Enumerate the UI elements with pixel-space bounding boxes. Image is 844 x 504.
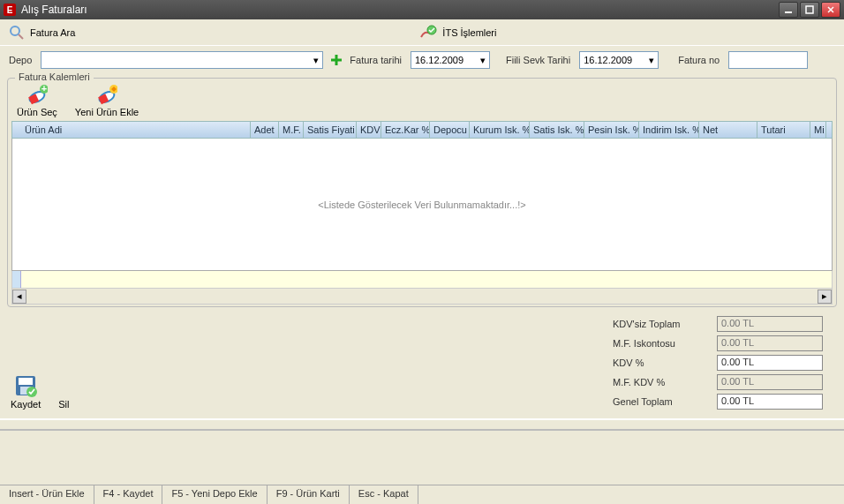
invoice-date-value: 16.12.2009 — [415, 55, 463, 65]
status-cell: Insert - Ürün Ekle — [0, 485, 94, 504]
grid-body: <Listede Gösterilecek Veri Bulunmamaktad… — [11, 139, 833, 271]
empty-message: <Listede Gösterilecek Veri Bulunmamaktad… — [318, 199, 525, 210]
main-toolbar: Fatura Ara İTS İşlemleri — [0, 19, 844, 46]
total-label: KDV'siz Toplam — [613, 319, 710, 329]
column-header[interactable]: KDV — [357, 122, 381, 138]
svg-rect-17 — [19, 378, 33, 385]
window-title: Alış Faturaları — [21, 4, 777, 16]
invoice-no-input[interactable] — [728, 51, 808, 69]
its-operations-button[interactable]: İTS İşlemleri — [419, 25, 496, 41]
grid-filter-row[interactable] — [11, 271, 833, 289]
total-value: 0.00 TL — [717, 335, 823, 351]
horizontal-scrollbar[interactable]: ◂ ▸ — [11, 289, 833, 305]
search-icon — [9, 25, 25, 41]
item-toolbar: + Ürün Seç Yeni Ürün Ekle — [11, 82, 833, 121]
svg-text:+: + — [41, 84, 47, 94]
select-product-button[interactable]: + Ürün Seç — [17, 84, 57, 117]
status-cell: Esc - Kapat — [350, 485, 418, 504]
total-value[interactable]: 0.00 TL — [717, 394, 823, 410]
chevron-down-icon: ▾ — [310, 55, 319, 66]
search-invoice-button[interactable]: Fatura Ara — [9, 25, 75, 41]
total-label: Genel Toplam — [613, 396, 710, 407]
total-label: M.F. KDV % — [613, 377, 710, 387]
save-button[interactable]: Kaydet — [11, 374, 41, 410]
save-icon — [14, 374, 37, 397]
svg-rect-1 — [806, 6, 813, 13]
status-bar: Insert - Ürün EkleF4 - KaydetF5 - Yeni D… — [0, 485, 844, 504]
save-label: Kaydet — [11, 399, 41, 410]
svg-point-4 — [11, 26, 19, 35]
total-label: M.F. Iskontosu — [613, 338, 710, 349]
column-header[interactable]: Indirim Isk. % — [639, 122, 699, 138]
column-header[interactable]: Satis Isk. % — [530, 122, 584, 138]
fieldset-legend: Fatura Kalemleri — [15, 71, 94, 82]
plus-icon — [329, 53, 343, 67]
column-header[interactable]: Kurum Isk. % — [470, 122, 530, 138]
total-value[interactable]: 0.00 TL — [717, 355, 823, 371]
chevron-down-icon: ▾ — [477, 55, 486, 66]
filter-bar: Depo ▾ Fatura tarihi 16.12.2009 ▾ Fiili … — [0, 46, 844, 74]
status-cell: F9 - Ürün Karti — [268, 485, 350, 504]
search-invoice-label: Fatura Ara — [30, 27, 75, 38]
items-fieldset: Fatura Kalemleri + Ürün Seç Yeni Ürün Ek… — [7, 78, 837, 307]
its-icon — [419, 25, 437, 41]
column-header[interactable]: Mi — [810, 122, 826, 138]
pill-new-icon — [96, 84, 117, 105]
invoice-date-dropdown[interactable]: 16.12.2009 ▾ — [411, 51, 490, 69]
column-header[interactable]: Pesin Isk. % — [584, 122, 639, 138]
column-header[interactable]: Ürün Adi — [12, 122, 251, 138]
total-label: KDV % — [613, 357, 710, 368]
total-value: 0.00 TL — [717, 316, 823, 332]
total-value: 0.00 TL — [717, 374, 823, 390]
grid-header: Ürün AdiAdetM.F.Satis FiyatiKDVEcz.Kar %… — [11, 121, 833, 139]
add-depo-button[interactable] — [328, 52, 344, 68]
ship-date-value: 16.12.2009 — [584, 55, 632, 65]
column-header[interactable]: Net — [699, 122, 757, 138]
scroll-left-icon[interactable]: ◂ — [12, 290, 26, 304]
status-cell: F4 - Kaydet — [94, 485, 163, 504]
column-header[interactable]: Adet — [251, 122, 279, 138]
delete-label: Sil — [58, 399, 69, 410]
column-header[interactable]: Depocu — [430, 122, 470, 138]
divider — [0, 418, 844, 431]
status-cell: F5 - Yeni Depo Ekle — [162, 485, 267, 504]
maximize-button[interactable] — [800, 2, 819, 18]
scroll-right-icon[interactable]: ▸ — [818, 290, 832, 304]
chevron-down-icon: ▾ — [645, 55, 654, 66]
minimize-button[interactable] — [779, 2, 798, 18]
invoice-date-label: Fatura tarihi — [350, 55, 402, 65]
app-icon: E — [4, 4, 16, 16]
column-header[interactable]: M.F. — [279, 122, 304, 138]
ship-date-dropdown[interactable]: 16.12.2009 ▾ — [579, 51, 659, 69]
select-product-label: Ürün Seç — [17, 107, 57, 117]
column-header[interactable]: Ecz.Kar % — [381, 122, 430, 138]
delete-button[interactable]: Sil — [58, 374, 69, 410]
column-header[interactable]: Tutari — [757, 122, 810, 138]
its-operations-label: İTS İşlemleri — [442, 27, 496, 38]
close-button[interactable] — [821, 2, 840, 18]
column-header[interactable]: Satis Fiyati — [304, 122, 357, 138]
svg-line-5 — [19, 34, 23, 39]
depo-label: Depo — [9, 55, 32, 65]
invoice-no-label: Fatura no — [678, 55, 720, 65]
pill-select-icon: + — [26, 84, 48, 105]
ship-date-label: Fiili Sevk Tarihi — [506, 55, 570, 65]
title-bar: E Alış Faturaları — [0, 0, 844, 19]
new-product-label: Yeni Ürün Ekle — [75, 107, 139, 117]
depo-dropdown[interactable]: ▾ — [41, 51, 323, 69]
svg-rect-0 — [785, 11, 792, 13]
new-product-button[interactable]: Yeni Ürün Ekle — [75, 84, 139, 117]
totals-area: Kaydet Sil KDV'siz Toplam0.00 TLM.F. Isk… — [0, 309, 844, 413]
